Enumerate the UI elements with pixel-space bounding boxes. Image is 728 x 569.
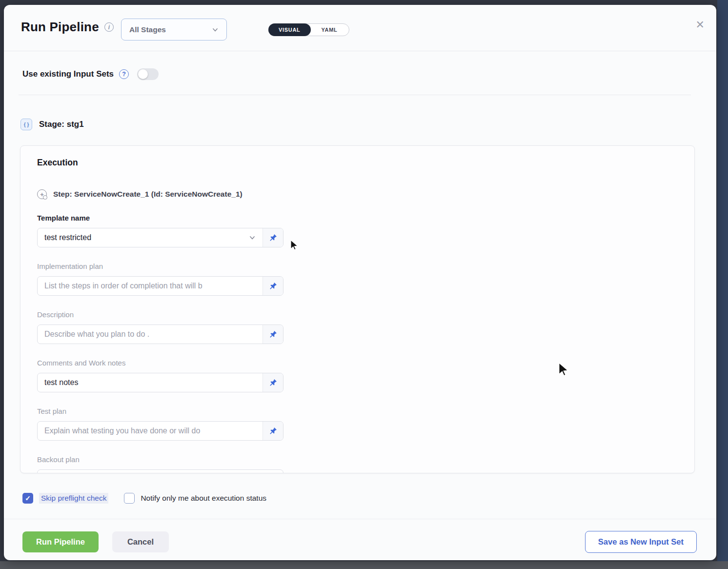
chevron-down-icon [249,234,256,241]
template-name-value: test restricted [44,233,245,242]
execution-title: Execution [37,158,678,168]
comments-group [37,373,283,392]
run-pipeline-modal: Run Pipeline i All Stages VISUAL YAML ✕ … [4,5,716,560]
help-icon[interactable]: ? [119,69,129,79]
input-main [38,277,263,295]
field-description: Description [37,310,678,344]
background-right-strip [717,0,728,569]
field-comments-work-notes: Comments and Work notes [37,359,678,392]
stage-title: Stage: stg1 [39,120,84,129]
template-name-group: test restricted [37,228,283,247]
template-name-select[interactable]: test restricted [38,228,263,247]
visual-yaml-toggle: VISUAL YAML [268,23,349,36]
background-bottom-strip [0,561,728,569]
pin-icon[interactable] [263,277,283,295]
test-plan-input[interactable] [44,427,256,435]
test-plan-group [37,421,283,441]
cancel-button[interactable]: Cancel [112,531,169,552]
input-main [38,422,263,440]
skip-preflight-checkbox[interactable]: ✓ Skip preflight check [22,493,108,504]
input-main [38,325,263,344]
field-label: Test plan [37,407,678,415]
notify-only-me-label: Notify only me about execution status [141,494,266,503]
comments-input[interactable] [44,378,256,387]
field-implementation-plan: Implementation plan [37,262,678,296]
pin-icon[interactable] [263,373,283,392]
stage-selector-value: All Stages [129,25,208,34]
notify-only-me-checkbox[interactable]: Notify only me about execution status [124,493,266,504]
input-sets-toggle[interactable] [137,68,159,80]
pin-icon[interactable] [263,422,283,440]
pin-icon[interactable] [263,228,283,247]
field-test-plan: Test plan [37,407,678,441]
step-title: Step: ServiceNowCreate_1 (Id: ServiceNow… [53,190,243,199]
description-input[interactable] [44,330,256,339]
page-title: Run Pipeline [21,20,99,35]
field-template-name: Template name test restricted [37,214,678,247]
execution-inner: Execution + Step: ServiceNowCreate_1 (Id… [20,146,694,473]
checkbox-checked-icon[interactable]: ✓ [22,493,33,504]
field-label: Template name [37,214,678,222]
chevron-down-icon [212,26,219,33]
field-label: Description [37,310,678,319]
description-group [37,325,283,344]
backout-plan-group [37,469,283,473]
execution-card: Execution + Step: ServiceNowCreate_1 (Id… [20,145,695,473]
info-icon[interactable]: i [104,22,114,32]
field-label: Comments and Work notes [37,359,678,367]
save-as-new-input-set-button[interactable]: Save as New Input Set [585,531,697,553]
tab-visual[interactable]: VISUAL [268,23,311,36]
title-wrap: Run Pipeline i [21,20,114,35]
header-divider [19,95,691,95]
tab-yaml[interactable]: YAML [310,24,349,36]
preflight-options-row: ✓ Skip preflight check Notify only me ab… [22,493,266,504]
implementation-plan-group [37,276,283,296]
pin-icon[interactable] [263,325,283,344]
field-backout-plan: Backout plan [37,455,678,473]
run-pipeline-button[interactable]: Run Pipeline [22,531,99,552]
step-row: + Step: ServiceNowCreate_1 (Id: ServiceN… [37,189,678,199]
input-sets-row: Use existing Input Sets ? [22,68,159,80]
toggle-knob [138,69,148,79]
footer-buttons: Run Pipeline Cancel Save as New Input Se… [22,531,697,553]
close-icon[interactable]: ✕ [696,20,705,30]
field-label: Implementation plan [37,262,678,270]
custom-stage-icon: { } [20,119,32,130]
checkbox-unchecked-icon[interactable] [124,493,135,504]
stage-selector-dropdown[interactable]: All Stages [121,19,227,41]
input-main [38,373,263,392]
stage-row: { } Stage: stg1 [20,119,84,130]
input-main [38,470,283,473]
skip-preflight-label: Skip preflight check [39,493,108,504]
implementation-plan-input[interactable] [44,282,256,290]
field-label: Backout plan [37,455,678,464]
modal-header: Run Pipeline i All Stages VISUAL YAML ✕ [4,5,716,51]
step-icon: + [37,189,47,199]
input-sets-label: Use existing Input Sets [22,69,114,79]
footer-divider [4,519,716,519]
